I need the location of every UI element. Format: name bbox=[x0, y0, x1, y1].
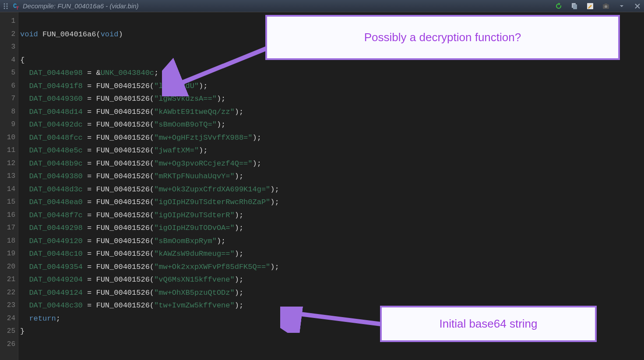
line-number: 12 bbox=[0, 157, 18, 170]
code-line[interactable]: DAT_004491f8 = FUN_00401526("lCu26VdU"); bbox=[20, 80, 644, 93]
line-number: 18 bbox=[0, 235, 18, 248]
code-line[interactable]: DAT_00448fcc = FUN_00401526("mw+OgHFztjS… bbox=[20, 131, 644, 145]
copy-icon[interactable] bbox=[570, 1, 579, 11]
code-line[interactable]: DAT_00449360 = FUN_00401526("lgWSvkdzsA=… bbox=[20, 92, 644, 106]
drag-handle-icon[interactable] bbox=[2, 2, 10, 10]
line-number: 26 bbox=[0, 338, 18, 351]
svg-point-5 bbox=[7, 7, 8, 9]
code-line[interactable]: DAT_00448e5c = FUN_00401526("jwaftXM="); bbox=[20, 144, 644, 157]
line-number: 20 bbox=[0, 261, 18, 274]
snapshot-icon[interactable] bbox=[601, 1, 611, 11]
line-number: 4 bbox=[0, 54, 18, 67]
svg-line-14 bbox=[175, 48, 267, 85]
line-number: 14 bbox=[0, 183, 18, 196]
code-line[interactable]: DAT_00448c10 = FUN_00401526("kAWZsW9duRm… bbox=[20, 247, 644, 261]
title-bar: Cf Decompile: FUN_004016a6 - (vidar.bin) bbox=[0, 0, 644, 12]
line-number: 9 bbox=[0, 118, 18, 131]
line-number: 5 bbox=[0, 67, 18, 80]
window-title: Decompile: FUN_004016a6 - (vidar.bin) bbox=[23, 2, 139, 10]
annotation-decryption: Possibly a decryption function? bbox=[265, 15, 620, 60]
title-actions bbox=[554, 1, 642, 11]
arrow-to-function bbox=[162, 44, 276, 96]
edit-icon[interactable] bbox=[585, 1, 595, 11]
line-number: 23 bbox=[0, 299, 18, 312]
line-number: 15 bbox=[0, 196, 18, 209]
svg-point-1 bbox=[7, 3, 8, 4]
code-line[interactable]: DAT_00449354 = FUN_00401526("mw+Ok2xxpXW… bbox=[20, 261, 644, 274]
code-line[interactable]: DAT_00449124 = FUN_00401526("mw+OhXB5pzu… bbox=[20, 286, 644, 300]
code-line[interactable]: DAT_00448b9c = FUN_00401526("mw+Og3pvoRC… bbox=[20, 157, 644, 170]
line-number: 17 bbox=[0, 222, 18, 235]
svg-text:f: f bbox=[16, 6, 19, 10]
line-number: 8 bbox=[0, 106, 18, 119]
annotation-base64: Initial base64 string bbox=[380, 306, 597, 342]
code-line[interactable]: DAT_00449204 = FUN_00401526("vQ6MsXN15kf… bbox=[20, 273, 644, 286]
line-number: 25 bbox=[0, 325, 18, 338]
code-line[interactable]: DAT_004492dc = FUN_00401526("sBmOomB9oTQ… bbox=[20, 118, 644, 131]
code-line[interactable]: DAT_00449298 = FUN_00401526("igOIpHZ9uTO… bbox=[20, 222, 644, 235]
svg-point-13 bbox=[605, 5, 607, 8]
svg-point-0 bbox=[4, 3, 5, 4]
decompiler-icon: Cf bbox=[12, 2, 20, 10]
line-number: 13 bbox=[0, 170, 18, 183]
line-number: 10 bbox=[0, 131, 18, 145]
line-number: 22 bbox=[0, 286, 18, 300]
svg-rect-9 bbox=[573, 4, 577, 9]
code-line[interactable]: DAT_00448f7c = FUN_00401526("igOIpHZ9uTS… bbox=[20, 209, 644, 222]
line-number: 19 bbox=[0, 247, 18, 261]
line-number: 16 bbox=[0, 209, 18, 222]
code-line[interactable]: DAT_00448e98 = &UNK_0043840c; bbox=[20, 67, 644, 80]
line-number: 3 bbox=[0, 41, 18, 54]
line-number: 21 bbox=[0, 273, 18, 286]
line-gutter: 1234567891011121314151617181920212223242… bbox=[0, 12, 18, 360]
line-number: 7 bbox=[0, 92, 18, 106]
refresh-icon[interactable] bbox=[554, 1, 563, 11]
code-line[interactable]: DAT_00448d14 = FUN_00401526("kAWbtE91twe… bbox=[20, 106, 644, 119]
line-number: 24 bbox=[0, 312, 18, 325]
code-line[interactable]: DAT_00448ea0 = FUN_00401526("igOIpHZ9uTS… bbox=[20, 196, 644, 209]
close-icon[interactable] bbox=[633, 1, 642, 11]
svg-point-4 bbox=[4, 7, 5, 9]
svg-rect-12 bbox=[605, 4, 607, 5]
line-number: 2 bbox=[0, 28, 18, 41]
arrow-to-string bbox=[280, 307, 390, 333]
dropdown-icon[interactable] bbox=[617, 1, 626, 11]
line-number: 1 bbox=[0, 15, 18, 28]
code-line[interactable]: DAT_00448d3c = FUN_00401526("mw+Ok3ZupxC… bbox=[20, 183, 644, 196]
line-number: 11 bbox=[0, 144, 18, 157]
svg-point-2 bbox=[4, 5, 5, 7]
svg-point-3 bbox=[7, 5, 8, 7]
code-line[interactable]: DAT_00449380 = FUN_00401526("mRKTpFNuuha… bbox=[20, 170, 644, 183]
code-line[interactable]: DAT_00449120 = FUN_00401526("sBmOomBxpRy… bbox=[20, 235, 644, 248]
line-number: 6 bbox=[0, 80, 18, 93]
svg-line-15 bbox=[293, 313, 381, 324]
